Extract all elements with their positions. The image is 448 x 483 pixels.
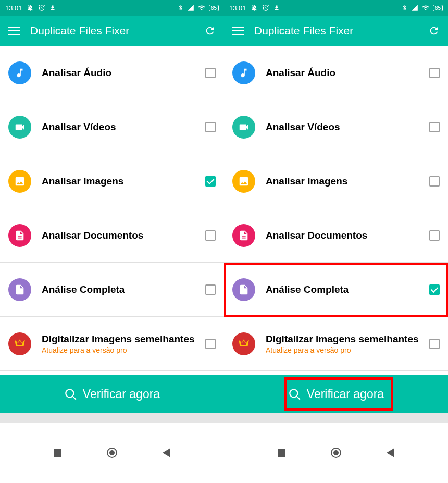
download-icon — [49, 5, 56, 11]
bell-off-icon — [27, 4, 34, 11]
checkbox[interactable] — [205, 284, 216, 295]
checkbox[interactable] — [429, 339, 440, 349]
item-label: Análise Completa — [266, 284, 429, 295]
item-text: Digitalizar imagens semelhantes Atualize… — [266, 333, 429, 354]
status-time: 13:01 — [5, 4, 22, 12]
menu-button[interactable] — [232, 27, 244, 35]
nav-back[interactable] — [387, 448, 394, 457]
item-text: Análise Completa — [266, 284, 429, 295]
item-icon — [232, 224, 255, 247]
list-item-5[interactable]: Digitalizar imagens semelhantes Atualize… — [224, 317, 448, 371]
item-icon — [8, 61, 31, 84]
svg-point-4 — [290, 389, 297, 397]
svg-point-1 — [66, 389, 73, 397]
search-icon — [64, 388, 78, 401]
list-item-4[interactable]: Análise Completa — [0, 263, 224, 317]
list-item-0[interactable]: Analisar Áudio — [224, 46, 448, 100]
bluetooth-icon — [178, 5, 184, 11]
list-container[interactable]: Analisar Áudio Analisar Vídeos Analisar … — [0, 46, 224, 375]
list-item-5[interactable]: Digitalizar imagens semelhantes Atualize… — [0, 317, 224, 371]
verify-button[interactable]: Verificar agora — [0, 375, 224, 413]
verify-label: Verificar agora — [83, 387, 160, 401]
item-subtitle: Atualize para a versão pro — [42, 346, 205, 354]
item-subtitle: Atualize para a versão pro — [266, 346, 429, 354]
phone-screen-0: 13:01 65 Duplicate Files Fixer — [0, 0, 224, 483]
status-left: 13:01 — [229, 4, 280, 12]
verify-button-wrapper: Verificar agora — [0, 375, 224, 413]
bluetooth-icon — [402, 5, 408, 11]
bottom-spacer — [224, 413, 448, 423]
svg-line-5 — [296, 396, 300, 400]
item-icon — [232, 61, 255, 84]
item-text: Analisar Vídeos — [42, 121, 205, 133]
item-label: Analisar Vídeos — [42, 121, 205, 133]
list-item-2[interactable]: Analisar Imagens — [224, 154, 448, 208]
refresh-button[interactable] — [428, 25, 440, 36]
nav-recent[interactable] — [278, 449, 285, 457]
item-text: Analisar Áudio — [266, 67, 429, 79]
nav-home[interactable] — [331, 448, 341, 458]
item-label: Analisar Imagens — [266, 176, 429, 187]
checkbox[interactable] — [429, 176, 440, 187]
item-label: Analisar Imagens — [42, 176, 205, 187]
item-icon — [8, 332, 31, 355]
checkbox[interactable] — [429, 230, 440, 241]
checkbox[interactable] — [205, 176, 216, 187]
item-label: Analisar Vídeos — [266, 121, 429, 133]
list-item-3[interactable]: Analisar Documentos — [0, 208, 224, 263]
bell-off-icon — [251, 4, 258, 11]
list-item-1[interactable]: Analisar Vídeos — [0, 100, 224, 154]
verify-label: Verificar agora — [307, 387, 384, 401]
list-container[interactable]: Analisar Áudio Analisar Vídeos Analisar … — [224, 46, 448, 375]
checkbox[interactable] — [205, 68, 216, 78]
checkbox[interactable] — [429, 122, 440, 132]
verify-button-wrapper: Verificar agora — [224, 375, 448, 413]
download-icon — [273, 5, 280, 11]
item-icon — [8, 170, 31, 193]
list-item-1[interactable]: Analisar Vídeos — [224, 100, 448, 154]
item-icon — [8, 116, 31, 139]
item-label: Analisar Documentos — [42, 230, 205, 241]
nav-home[interactable] — [107, 448, 117, 458]
nav-bar — [0, 423, 224, 483]
item-label: Digitalizar imagens semelhantes — [266, 333, 429, 345]
search-icon — [288, 388, 302, 401]
item-text: Análise Completa — [42, 284, 205, 295]
status-bar: 13:01 65 — [0, 0, 224, 16]
item-label: Analisar Áudio — [42, 67, 205, 79]
status-left: 13:01 — [5, 4, 56, 12]
wifi-icon — [197, 4, 206, 11]
battery-indicator: 65 — [209, 5, 219, 11]
app-bar: Duplicate Files Fixer — [0, 16, 224, 46]
checkbox[interactable] — [429, 68, 440, 78]
item-text: Analisar Documentos — [266, 230, 429, 241]
alarm-icon — [262, 4, 269, 11]
item-icon — [8, 224, 31, 247]
item-icon — [232, 278, 255, 301]
item-label: Análise Completa — [42, 284, 205, 295]
list-item-2[interactable]: Analisar Imagens — [0, 154, 224, 208]
nav-back[interactable] — [163, 448, 170, 457]
verify-button[interactable]: Verificar agora — [224, 375, 448, 413]
item-icon — [232, 332, 255, 355]
checkbox[interactable] — [205, 122, 216, 132]
signal-icon — [411, 4, 418, 11]
checkbox[interactable] — [205, 339, 216, 349]
app-title: Duplicate Files Fixer — [254, 24, 418, 37]
bottom-spacer — [0, 413, 224, 423]
item-icon — [232, 170, 255, 193]
battery-indicator: 65 — [433, 5, 443, 11]
status-right: 65 — [178, 4, 219, 11]
item-text: Analisar Imagens — [266, 176, 429, 187]
item-text: Analisar Áudio — [42, 67, 205, 79]
checkbox[interactable] — [429, 284, 440, 295]
list-item-0[interactable]: Analisar Áudio — [0, 46, 224, 100]
checkbox[interactable] — [205, 230, 216, 241]
list-item-3[interactable]: Analisar Documentos — [224, 208, 448, 263]
nav-recent[interactable] — [54, 449, 61, 457]
app-title: Duplicate Files Fixer — [30, 24, 194, 37]
list-item-4[interactable]: Análise Completa — [224, 263, 448, 317]
app-bar: Duplicate Files Fixer — [224, 16, 448, 46]
refresh-button[interactable] — [204, 25, 216, 36]
menu-button[interactable] — [8, 27, 20, 35]
